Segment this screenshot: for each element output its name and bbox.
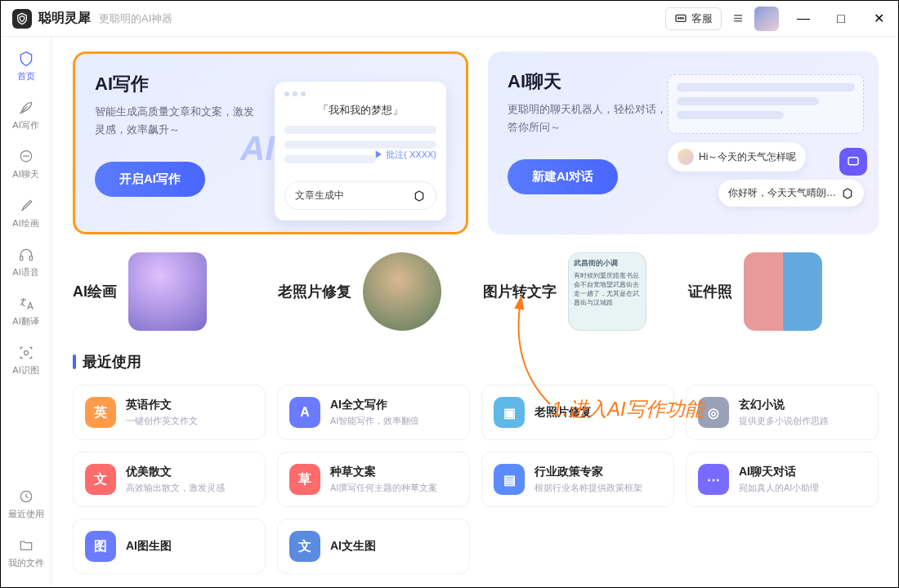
card-subtitle: 提供更多小说创作思路: [739, 415, 866, 427]
card-icon: 草: [289, 464, 320, 495]
chat-icon: [17, 148, 35, 166]
ai-badge: AI: [240, 129, 275, 168]
hero-ai-write[interactable]: AI写作 智能生成高质量文章和文案，激发灵感，效率飙升～ 开启AI写作 AI 「…: [73, 51, 468, 234]
chat-float-icon: [839, 148, 867, 176]
card-subtitle: AI撰写任何主题的种草文案: [330, 482, 458, 494]
idphoto-thumb: [744, 252, 822, 331]
sidebar-item-recent[interactable]: 最近使用: [4, 481, 48, 527]
svg-rect-8: [20, 256, 22, 261]
hexagon-icon: [841, 187, 854, 200]
write-preview-card: AI 「我和我的梦想」 ▶ 批注( XXXX) 文章生成中: [275, 82, 446, 220]
card-title: 英语作文: [126, 398, 253, 412]
card-title: AI全文写作: [330, 398, 458, 412]
svg-rect-9: [29, 256, 32, 261]
chat-bubble-ai: 你好呀，今天天气晴朗…: [718, 180, 864, 207]
recent-card[interactable]: ⋯AI聊天对话宛如真人的AI小助理: [686, 452, 879, 507]
headphone-icon: [17, 246, 35, 264]
paint-thumb: [128, 252, 207, 331]
card-title: AI图生图: [126, 539, 253, 554]
tagline: 更聪明的AI神器: [99, 11, 172, 26]
hexagon-icon: [413, 189, 426, 203]
sidebar-item-ocr[interactable]: AI识图: [4, 337, 48, 383]
recent-card[interactable]: 图AI图生图: [73, 519, 266, 574]
sidebar-item-voice[interactable]: AI语音: [4, 239, 48, 285]
close-button[interactable]: ✕: [865, 11, 892, 26]
card-subtitle: AI智能写作，效率翻倍: [330, 415, 458, 427]
card-subtitle: 一键创作英文作文: [126, 415, 253, 427]
hero-ai-chat[interactable]: AI聊天 更聪明的聊天机器人，轻松对话，答你所问～ 新建AI对话 Hi～今天的天…: [488, 51, 879, 234]
sidebar-item-home[interactable]: 首页: [4, 43, 48, 89]
sidebar-item-chat[interactable]: AI聊天: [4, 141, 48, 187]
feather-icon: [17, 99, 35, 117]
card-icon: 文: [289, 531, 320, 562]
card-title: AI聊天对话: [739, 465, 866, 479]
recent-card[interactable]: 英英语作文一键创作英文作文: [73, 385, 266, 440]
card-title: 行业政策专家: [534, 465, 662, 479]
svg-point-5: [24, 156, 25, 157]
sidebar-item-files[interactable]: 我的文件: [4, 530, 48, 576]
tool-photo-restore[interactable]: 老照片修复: [278, 252, 468, 331]
translate-icon: [17, 295, 35, 313]
svg-point-10: [24, 351, 28, 355]
svg-point-2: [681, 17, 682, 18]
card-icon: 图: [85, 531, 116, 562]
card-icon: 英: [85, 397, 116, 428]
sidebar: 首页 AI写作 AI聊天 AI绘画 AI语音 AI翻译 AI识图 最近使用 我的…: [1, 37, 51, 587]
menu-icon[interactable]: ≡: [733, 9, 743, 28]
card-icon: ▤: [494, 464, 525, 495]
ocr-thumb: 武昌街的小调有时候到重庆路逛书总会不自觉地望武昌街去走一趟了，尤其是在武昌街与汉…: [568, 252, 646, 331]
svg-point-7: [28, 156, 29, 157]
recent-card[interactable]: ▤行业政策专家根据行业名称提供政策框架: [481, 452, 674, 507]
annotation-label: 1.进入AI写作功能: [552, 396, 704, 422]
recent-card[interactable]: 文优美散文高效输出散文，激发灵感: [73, 452, 266, 507]
svg-point-3: [682, 17, 683, 18]
photo-thumb: [363, 252, 441, 331]
recent-card[interactable]: 草种草文案AI撰写任何主题的种草文案: [277, 452, 470, 507]
card-subtitle: 高效输出散文，激发灵感: [126, 482, 253, 494]
app-name: 聪明灵犀: [38, 10, 91, 27]
home-icon: [17, 50, 35, 68]
card-title: 玄幻小说: [739, 398, 866, 412]
sidebar-item-translate[interactable]: AI翻译: [4, 288, 48, 334]
tool-ai-paint[interactable]: AI绘画: [73, 252, 263, 331]
recent-grid: 英英语作文一键创作英文作文AAI全文写作AI智能写作，效率翻倍▣老照片修复◎玄幻…: [73, 385, 879, 574]
recent-card[interactable]: 文AI文生图: [277, 519, 470, 574]
card-subtitle: 宛如真人的AI小助理: [739, 482, 866, 494]
svg-point-1: [678, 17, 679, 18]
app-logo: 聪明灵犀: [12, 9, 91, 29]
sidebar-item-paint[interactable]: AI绘画: [4, 190, 48, 236]
recent-card[interactable]: ◎玄幻小说提供更多小说创作思路: [686, 385, 879, 440]
chat-icon: [674, 12, 687, 25]
card-title: 种草文案: [330, 465, 458, 479]
card-title: 优美散文: [126, 465, 253, 479]
sidebar-item-write[interactable]: AI写作: [4, 92, 48, 138]
svg-rect-12: [848, 158, 858, 165]
folder-icon: [17, 537, 35, 555]
new-ai-chat-button[interactable]: 新建AI对话: [508, 159, 618, 194]
customer-service-button[interactable]: 客服: [665, 7, 722, 30]
minimize-button[interactable]: —: [790, 11, 816, 26]
main-content: AI写作 智能生成高质量文章和文案，激发灵感，效率飙升～ 开启AI写作 AI 「…: [51, 37, 898, 587]
hero-write-desc: 智能生成高质量文章和文案，激发灵感，效率飙升～: [95, 103, 258, 139]
tool-ocr[interactable]: 图片转文字武昌街的小调有时候到重庆路逛书总会不自觉地望武昌街去走一趟了，尤其是在…: [483, 252, 673, 331]
generating-pill: 文章生成中: [284, 181, 436, 210]
card-icon: A: [289, 397, 320, 428]
recent-card[interactable]: AAI全文写作AI智能写作，效率翻倍: [277, 385, 470, 440]
card-icon: ⋯: [698, 464, 729, 495]
recent-heading: 最近使用: [73, 352, 879, 372]
scan-icon: [17, 344, 35, 362]
brush-icon: [17, 197, 35, 215]
card-icon: ▣: [494, 397, 525, 428]
maximize-button[interactable]: □: [828, 11, 854, 26]
avatar-icon: [678, 149, 694, 165]
start-ai-write-button[interactable]: 开启AI写作: [95, 162, 205, 197]
card-icon: 文: [85, 464, 116, 495]
card-title: AI文生图: [330, 539, 458, 554]
card-subtitle: 根据行业名称提供政策框架: [534, 482, 662, 494]
chat-bubble-user: Hi～今天的天气怎样呢: [668, 142, 806, 172]
chat-preview: Hi～今天的天气怎样呢 你好呀，今天天气晴朗…: [668, 74, 864, 207]
titlebar: 聪明灵犀 更聪明的AI神器 客服 ≡ — □ ✕: [1, 1, 898, 37]
user-avatar[interactable]: [754, 7, 779, 31]
tool-id-photo[interactable]: 证件照: [688, 252, 879, 331]
clock-icon: [17, 488, 35, 506]
